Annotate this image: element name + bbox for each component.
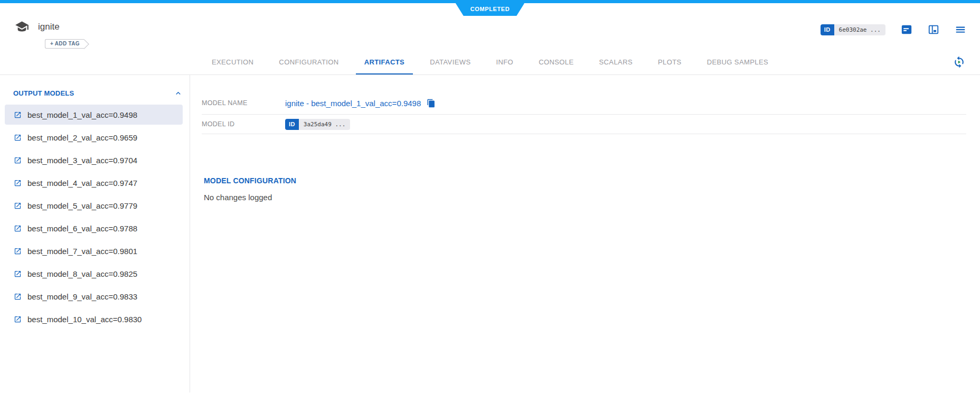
header: ignite + ADD TAG ID 6e0302ae ... EXECUTI…: [0, 3, 980, 75]
model-item-label: best_model_2_val_acc=0.9659: [27, 133, 137, 142]
model-item-best-model-6-val-acc-0-9788[interactable]: best_model_6_val_acc=0.9788: [5, 218, 183, 238]
tab-label: SCALARS: [599, 58, 633, 66]
details-panel-icon[interactable]: [901, 24, 912, 35]
model-name-row: MODEL NAME ignite - best_model_1_val_acc…: [202, 92, 966, 115]
add-tag-button[interactable]: + ADD TAG: [45, 39, 84, 49]
model-item-best-model-8-val-acc-0-9825[interactable]: best_model_8_val_acc=0.9825: [5, 264, 183, 284]
model-name-label: MODEL NAME: [202, 99, 285, 107]
model-item-label: best_model_5_val_acc=0.9779: [27, 201, 137, 210]
tab-label: INFO: [496, 58, 513, 66]
open-in-new-icon: [14, 202, 22, 210]
experiment-brand: ignite: [15, 20, 60, 34]
tab-artifacts[interactable]: ARTIFACTS: [356, 50, 413, 74]
model-item-label: best_model_6_val_acc=0.9788: [27, 224, 137, 233]
tab-dataviews[interactable]: DATAVIEWS: [421, 50, 479, 74]
model-item-best-model-10-val-acc-0-9830[interactable]: best_model_10_val_acc=0.9830: [5, 309, 183, 329]
open-in-new-icon: [14, 179, 22, 187]
auto-refresh-icon[interactable]: [953, 55, 966, 69]
model-detail-panel: MODEL NAME ignite - best_model_1_val_acc…: [190, 75, 980, 392]
model-item-label: best_model_7_val_acc=0.9801: [27, 247, 137, 256]
model-item-label: best_model_4_val_acc=0.9747: [27, 179, 137, 188]
open-in-new-icon: [14, 270, 22, 278]
model-id-row: MODEL ID ID 3a25da49 ...: [202, 115, 966, 134]
sidebar-section-header: OUTPUT MODELS: [0, 89, 190, 98]
open-in-new-icon: [14, 224, 22, 232]
model-name-link[interactable]: ignite - best_model_1_val_acc=0.9498: [285, 99, 421, 108]
menu-icon[interactable]: [955, 24, 966, 35]
model-name-value-group: ignite - best_model_1_val_acc=0.9498: [285, 99, 436, 108]
tab-info[interactable]: INFO: [487, 50, 522, 74]
open-in-new-icon: [14, 315, 22, 323]
open-in-new-icon: [14, 247, 22, 255]
page-title: ignite: [38, 22, 60, 32]
model-item-best-model-1-val-acc-0-9498[interactable]: best_model_1_val_acc=0.9498: [5, 105, 183, 125]
model-item-best-model-4-val-acc-0-9747[interactable]: best_model_4_val_acc=0.9747: [5, 173, 183, 193]
model-id-chip[interactable]: ID 3a25da49 ...: [285, 119, 350, 130]
copy-icon[interactable]: [427, 99, 436, 108]
model-item-best-model-7-val-acc-0-9801[interactable]: best_model_7_val_acc=0.9801: [5, 241, 183, 261]
open-in-new-icon: [14, 111, 22, 119]
model-item-label: best_model_8_val_acc=0.9825: [27, 269, 137, 278]
tab-execution[interactable]: EXECUTION: [203, 50, 262, 74]
model-id-label: MODEL ID: [202, 120, 285, 128]
configuration-empty-message: No changes logged: [204, 193, 966, 202]
tab-label: CONSOLE: [539, 58, 573, 66]
tab-debug-samples[interactable]: DEBUG SAMPLES: [699, 50, 777, 74]
model-item-label: best_model_3_val_acc=0.9704: [27, 156, 137, 165]
split-view-icon[interactable]: [928, 24, 939, 35]
tab-configuration[interactable]: CONFIGURATION: [270, 50, 347, 74]
experiment-id-chip[interactable]: ID 6e0302ae ...: [821, 24, 885, 35]
model-item-label: best_model_1_val_acc=0.9498: [27, 110, 137, 119]
id-value: 6e0302ae ...: [834, 24, 885, 35]
model-configuration-title: MODEL CONFIGURATION: [204, 176, 966, 185]
tab-label: PLOTS: [658, 58, 682, 66]
experiment-type-icon: [15, 20, 29, 34]
model-item-best-model-3-val-acc-0-9704[interactable]: best_model_3_val_acc=0.9704: [5, 150, 183, 170]
model-item-best-model-2-val-acc-0-9659[interactable]: best_model_2_val_acc=0.9659: [5, 127, 183, 147]
output-models-sidebar: OUTPUT MODELS best_model_1_val_acc=0.949…: [0, 75, 190, 392]
sidebar-section-title: OUTPUT MODELS: [13, 89, 74, 97]
id-badge: ID: [821, 24, 834, 35]
model-item-label: best_model_9_val_acc=0.9833: [27, 292, 137, 301]
tab-console[interactable]: CONSOLE: [530, 50, 582, 74]
model-configuration-section: MODEL CONFIGURATION No changes logged: [202, 176, 966, 202]
tab-label: DEBUG SAMPLES: [707, 58, 768, 66]
open-in-new-icon: [14, 293, 22, 301]
main-area: OUTPUT MODELS best_model_1_val_acc=0.949…: [0, 75, 980, 392]
tab-label: EXECUTION: [212, 58, 253, 66]
tab-label: CONFIGURATION: [279, 58, 338, 66]
tab-label: ARTIFACTS: [364, 58, 405, 66]
model-list: best_model_1_val_acc=0.9498 best_model_2…: [0, 105, 190, 329]
tab-label: DATAVIEWS: [430, 58, 470, 66]
model-item-best-model-9-val-acc-0-9833[interactable]: best_model_9_val_acc=0.9833: [5, 286, 183, 306]
tab-bar: EXECUTION CONFIGURATION ARTIFACTS DATAVI…: [0, 50, 980, 74]
open-in-new-icon: [14, 156, 22, 164]
model-item-label: best_model_10_val_acc=0.9830: [27, 315, 142, 324]
chevron-up-icon[interactable]: [174, 89, 183, 98]
id-value: 3a25da49 ...: [299, 119, 350, 130]
open-in-new-icon: [14, 134, 22, 142]
id-badge: ID: [285, 119, 299, 130]
tab-plots[interactable]: PLOTS: [649, 50, 690, 74]
header-actions: ID 6e0302ae ...: [821, 24, 966, 35]
tab-scalars[interactable]: SCALARS: [591, 50, 642, 74]
model-item-best-model-5-val-acc-0-9779[interactable]: best_model_5_val_acc=0.9779: [5, 195, 183, 216]
